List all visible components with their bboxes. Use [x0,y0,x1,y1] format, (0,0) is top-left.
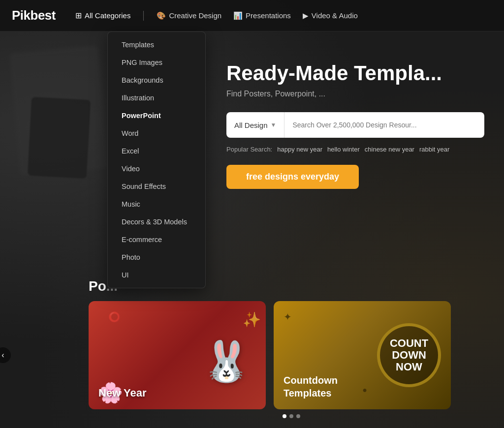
dots-indicator [10,414,494,418]
logo[interactable]: Pikbest [12,8,56,23]
hero-section: Ready-Made Templa... Find Posters, Power… [0,31,504,189]
popular-label: Popular Search: [226,146,272,153]
popular-tag-1[interactable]: hello winter [327,146,360,153]
all-categories-nav[interactable]: ⊞ All Categories [71,9,134,22]
dot-1[interactable] [283,414,286,418]
dot-2[interactable] [289,414,293,418]
search-input[interactable] [292,121,476,129]
creative-design-label: Creative Design [169,11,221,20]
dropdown-sound-effects[interactable]: Sound Effects [108,178,205,195]
grid-icon: ⊞ [75,11,82,20]
video-audio-label: Video & Audio [312,11,358,20]
free-designs-button[interactable]: free designs everyday [226,165,359,189]
dropdown-illustration[interactable]: Illustration [108,89,205,107]
logo-white: best [31,8,56,23]
presentations-nav[interactable]: 📊 Presentations [229,9,295,22]
creative-design-nav[interactable]: 🎨 Creative Design [153,9,225,22]
logo-orange: Pik [12,8,31,23]
countdown-card[interactable]: COUNT DOWN NOW ✦ ● Countdown Templates [274,301,451,409]
dropdown-ui[interactable]: UI [108,266,205,284]
dropdown-png-images[interactable]: PNG Images [108,54,205,71]
left-arrow-icon: ‹ [1,351,4,360]
dropdown-ecommerce[interactable]: E-commerce [108,231,205,248]
search-bar: All Design ▼ [226,112,484,138]
new-year-card[interactable]: 🐰 🌸 ✨ ⭕ New Year [89,301,266,409]
all-categories-label: All Categories [85,11,130,20]
popular-tag-2[interactable]: chinese new year [365,146,414,153]
popular-tag-3[interactable]: rabbit year [419,146,449,153]
countdown-label-line2: Templates [284,387,338,399]
nav-divider [143,11,144,21]
dropdown-photo[interactable]: Photo [108,248,205,266]
gold-deco: ✨ [243,311,261,328]
dropdown-video[interactable]: Video [108,160,205,178]
dropdown-decors-3d[interactable]: Decors & 3D Models [108,213,205,231]
dropdown-powerpoint[interactable]: PowerPoint [108,107,205,124]
hero-title: Ready-Made Templa... [226,61,484,86]
video-audio-nav[interactable]: ▶ Video & Audio [299,9,362,22]
creative-design-icon: 🎨 [157,11,166,20]
search-category-label: All Design [234,121,268,129]
gold-particle-2: ● [362,386,367,395]
chevron-down-icon: ▼ [271,122,277,128]
popular-section: Po... ‹ 🐰 🌸 ✨ ⭕ New Year COUNT DOW [0,278,504,428]
gold-particle-1: ✦ [284,311,292,323]
presentations-label: Presentations [246,11,291,20]
cards-container: ‹ 🐰 🌸 ✨ ⭕ New Year COUNT DOWN NOW [10,301,494,409]
video-icon: ▶ [303,11,309,20]
dropdown-backgrounds[interactable]: Backgrounds [108,71,205,89]
dropdown-music[interactable]: Music [108,195,205,213]
popular-searches: Popular Search: happy new year hello win… [226,146,484,153]
dot-3[interactable] [296,414,300,418]
new-year-card-label: New Year [98,387,146,399]
navbar: Pikbest ⊞ All Categories 🎨 Creative Desi… [0,0,504,31]
countdown-label-line1: Countdown [284,374,338,387]
dropdown-excel[interactable]: Excel [108,142,205,160]
search-category-selector[interactable]: All Design ▼ [226,112,284,138]
countdown-text: COUNT DOWN NOW [390,337,428,373]
hero-subtitle: Find Posters, Powerpoint, ... [226,90,484,98]
categories-dropdown: Templates PNG Images Backgrounds Illustr… [107,31,206,288]
countdown-card-label: Countdown Templates [284,374,338,399]
prev-arrow[interactable]: ‹ [0,347,11,363]
rabbit-emoji: 🐰 [202,338,251,385]
dropdown-templates[interactable]: Templates [108,36,205,54]
clock-circle: COUNT DOWN NOW [377,323,441,387]
circle-deco: ⭕ [108,311,121,323]
presentations-icon: 📊 [233,11,243,20]
popular-tag-0[interactable]: happy new year [277,146,322,153]
search-input-placeholder[interactable] [284,121,484,129]
dropdown-word[interactable]: Word [108,124,205,142]
